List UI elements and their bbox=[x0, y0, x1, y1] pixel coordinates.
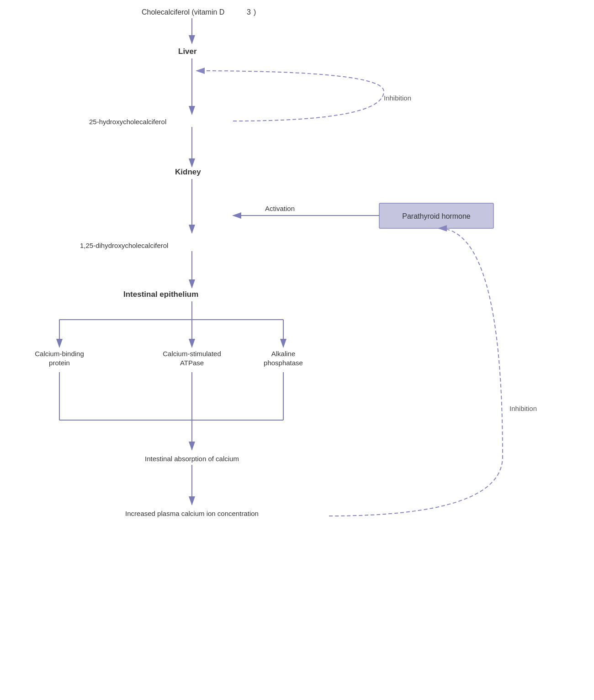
25hydroxy-label: 25-hydroxycholecalciferol bbox=[89, 118, 166, 126]
diagram-container: Cholecalciferol (vitamin D 3 ) Liver Inh… bbox=[0, 0, 594, 700]
alkaline-label: Alkaline bbox=[271, 350, 296, 358]
alkaline-label2: phosphatase bbox=[264, 359, 303, 367]
calcium-binding-label: Calcium-binding bbox=[35, 350, 84, 358]
intestinal-label: Intestinal epithelium bbox=[123, 290, 198, 299]
svg-text:): ) bbox=[254, 8, 256, 16]
kidney-label: Kidney bbox=[175, 168, 201, 176]
cholecalciferol-label: Cholecalciferol (vitamin D bbox=[142, 8, 224, 16]
intestinal-absorption-label: Intestinal absorption of calcium bbox=[145, 455, 239, 463]
calcium-binding-label2: protein bbox=[49, 359, 70, 367]
main-diagram-svg: Cholecalciferol (vitamin D 3 ) Liver Inh… bbox=[0, 0, 594, 700]
dashed-inhibition-bottom-loop bbox=[329, 228, 503, 516]
125dihydroxy-label: 1,25-dihydroxycholecalciferol bbox=[80, 242, 168, 249]
atpase-label2: ATPase bbox=[180, 359, 204, 367]
cholecalciferol-subscript: 3 bbox=[247, 8, 251, 16]
plasma-label: Increased plasma calcium ion concentrati… bbox=[125, 510, 259, 517]
atpase-label: Calcium-stimulated bbox=[163, 350, 221, 358]
inhibition-bottom-label: Inhibition bbox=[509, 405, 537, 412]
dashed-inhibition-top-loop bbox=[196, 71, 384, 121]
inhibition-top-label: Inhibition bbox=[384, 94, 411, 102]
liver-label: Liver bbox=[178, 47, 197, 56]
parathyroid-label: Parathyroid hormone bbox=[402, 212, 471, 220]
activation-label: Activation bbox=[265, 205, 295, 212]
